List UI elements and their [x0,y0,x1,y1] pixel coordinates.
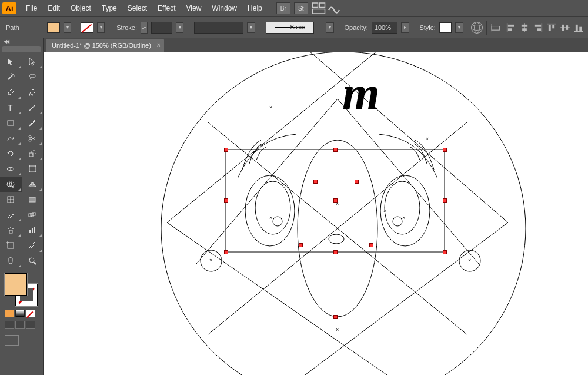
variable-width-dropdown[interactable]: ▾ [247,22,255,33]
curvature-tool[interactable] [22,85,44,100]
style-dropdown[interactable]: ▾ [455,22,463,33]
selection-handle[interactable] [225,251,228,254]
stroke-weight-input[interactable] [151,22,172,34]
align-right-icon[interactable] [532,22,544,34]
menu-type[interactable]: Type [97,2,122,15]
perspective-grid-tool[interactable] [22,177,44,192]
selection-handle[interactable] [225,148,228,151]
selection-handle[interactable] [225,199,228,202]
selection-handle[interactable] [443,251,446,254]
svg-point-34 [29,135,31,138]
selection-handle[interactable] [443,199,446,202]
arrange-documents-icon[interactable] [312,2,326,14]
slice-tool[interactable] [22,238,44,253]
fill-box[interactable] [5,273,27,296]
screen-mode-button[interactable] [5,335,19,346]
symbol-sprayer-tool[interactable] [0,223,22,238]
align-bottom-icon[interactable] [573,22,584,34]
stock-button[interactable]: St [294,2,308,14]
brush-label: Basic [290,24,305,31]
free-transform-tool[interactable] [22,161,44,177]
variable-width-input[interactable] [194,22,243,34]
svg-point-89 [393,217,402,226]
paintbrush-tool[interactable] [22,115,44,131]
lasso-tool[interactable] [22,69,44,85]
bridge-button[interactable]: Br [276,2,290,14]
pen-tool[interactable] [0,85,22,100]
opacity-dropdown[interactable]: ▸ [401,22,409,33]
draw-normal-icon[interactable] [5,321,14,329]
close-tab-icon[interactable]: × [156,41,160,48]
type-tool[interactable]: T [0,100,22,115]
align-panel-icon[interactable] [490,22,502,34]
menu-object[interactable]: Object [66,2,96,15]
line-segment-tool[interactable] [22,100,44,115]
scissors-tool[interactable] [22,131,44,146]
anchor-point[interactable] [355,180,358,183]
svg-rect-19 [566,25,568,30]
document-tab[interactable]: Untitled-1* @ 150% (RGB/Outline) × [46,39,164,52]
recolor-artwork-icon[interactable] [471,22,483,34]
svg-rect-10 [522,28,527,31]
stroke-weight-dropdown[interactable]: ▾ [176,22,184,33]
anchor-point[interactable] [370,244,373,247]
selection-handle[interactable] [334,148,337,151]
shape-builder-tool[interactable] [0,177,22,192]
style-swatch[interactable] [439,22,452,33]
hand-tool[interactable] [0,253,22,268]
direct-selection-tool[interactable] [22,54,44,69]
stroke-weight-stepper[interactable]: ▴▾ [141,22,148,34]
eyedropper-tool[interactable] [0,207,22,223]
width-tool[interactable] [0,161,22,177]
fill-dropdown[interactable]: ▾ [64,22,72,33]
brush-dropdown[interactable]: ▾ [326,22,334,33]
selection-tool[interactable] [0,54,22,69]
mesh-tool[interactable] [0,192,22,207]
selection-handle[interactable] [443,148,446,151]
magic-wand-tool[interactable] [0,69,22,85]
rectangle-tool[interactable] [0,115,22,131]
fill-stroke-indicator[interactable] [5,273,38,306]
anchor-point[interactable] [314,180,317,183]
menu-edit[interactable]: Edit [43,2,65,15]
zoom-tool[interactable] [22,253,44,268]
draw-inside-icon[interactable] [26,321,35,329]
gradient-mode-swatch[interactable] [15,310,25,317]
menu-window[interactable]: Window [207,2,242,15]
selection-handle[interactable] [334,251,337,254]
document-tab-strip: Untitled-1* @ 150% (RGB/Outline) × [44,38,588,52]
svg-line-36 [31,137,35,140]
stroke-dropdown[interactable]: ▾ [97,22,105,33]
menu-help[interactable]: Help [243,2,267,15]
menu-effect[interactable]: Effect [153,2,180,15]
svg-point-25 [14,75,15,77]
artboard-tool[interactable] [0,238,22,253]
fill-swatch[interactable] [47,22,59,33]
menu-file[interactable]: File [21,2,42,15]
anchor-point[interactable] [334,316,337,318]
gpu-preview-icon[interactable] [327,2,341,14]
column-graph-tool[interactable] [22,223,44,238]
menu-view[interactable]: View [182,2,206,15]
align-left-icon[interactable] [505,22,517,34]
menu-select[interactable]: Select [123,2,152,15]
scale-tool[interactable] [22,146,44,161]
stroke-swatch[interactable] [81,22,93,33]
canvas[interactable]: m × × × × × × × × × [44,52,588,375]
rotate-tool[interactable] [0,146,22,161]
align-top-icon[interactable] [546,22,557,34]
gradient-tool[interactable] [22,192,44,207]
svg-rect-63 [29,230,31,233]
blend-tool[interactable] [22,207,44,223]
draw-behind-icon[interactable] [15,321,25,329]
color-mode-swatch[interactable] [5,310,14,317]
shaper-tool[interactable] [0,131,22,146]
opacity-input[interactable] [372,22,397,34]
tools-panel-grip[interactable] [2,46,41,52]
app-logo: Ai [2,2,16,14]
anchor-point[interactable] [299,244,302,247]
align-vcenter-icon[interactable] [559,22,571,34]
align-hcenter-icon[interactable] [519,22,530,34]
svg-point-61 [10,227,11,228]
none-mode-swatch[interactable] [26,310,35,317]
